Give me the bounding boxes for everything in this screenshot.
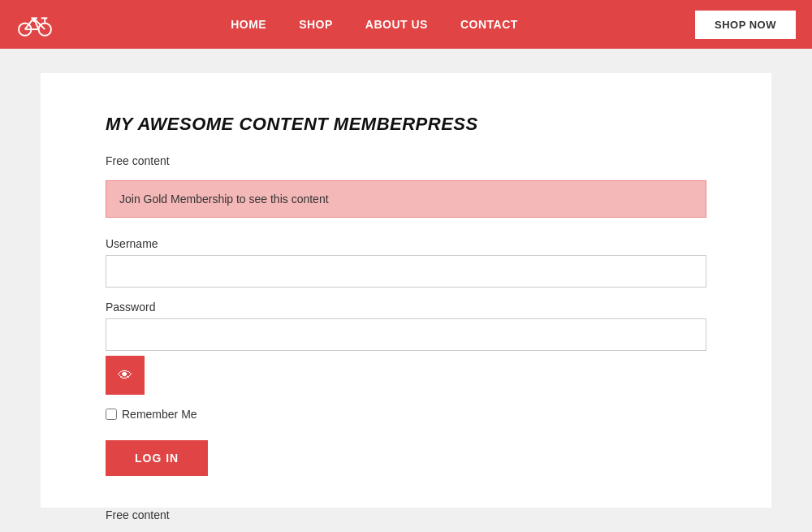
- remember-me-label: Remember Me: [122, 408, 197, 421]
- content-card: MY AWESOME CONTENT MEMBERPRESS Free cont…: [41, 73, 771, 508]
- free-content-bottom-label: Free content: [106, 508, 706, 521]
- password-toggle-button[interactable]: 👁: [106, 356, 145, 395]
- username-label: Username: [106, 237, 706, 250]
- nav-about-us[interactable]: ABOUT US: [365, 18, 428, 31]
- nav-contact[interactable]: CONTACT: [460, 18, 518, 31]
- shop-now-button[interactable]: SHOP NOW: [695, 11, 796, 39]
- page-wrapper: MY AWESOME CONTENT MEMBERPRESS Free cont…: [0, 49, 812, 532]
- login-button[interactable]: LOG IN: [106, 440, 208, 476]
- nav-shop[interactable]: SHOP: [299, 18, 333, 31]
- gold-membership-notice: Join Gold Membership to see this content: [106, 180, 706, 218]
- site-header: HOME SHOP ABOUT US CONTACT SHOP NOW: [0, 0, 812, 49]
- username-field-group: Username: [106, 237, 706, 288]
- username-input[interactable]: [106, 255, 706, 288]
- main-nav: HOME SHOP ABOUT US CONTACT: [231, 18, 518, 31]
- eye-icon: 👁: [118, 367, 132, 384]
- remember-me-row: Remember Me: [106, 408, 706, 421]
- bike-logo-icon: [16, 10, 54, 39]
- password-label: Password: [106, 301, 706, 314]
- remember-me-checkbox[interactable]: [106, 409, 117, 420]
- nav-home[interactable]: HOME: [231, 18, 266, 31]
- free-content-top-label: Free content: [106, 154, 706, 167]
- logo: [16, 10, 54, 39]
- password-field-group: Password 👁: [106, 301, 706, 395]
- page-title: MY AWESOME CONTENT MEMBERPRESS: [106, 114, 706, 135]
- password-input[interactable]: [106, 318, 706, 351]
